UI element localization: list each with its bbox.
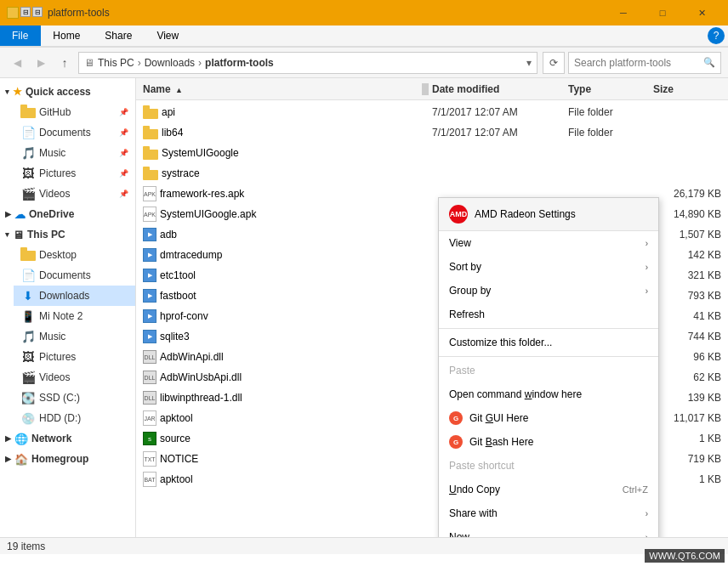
search-input[interactable] (574, 57, 700, 69)
ctx-arrow-sort: › (646, 263, 648, 272)
address-dropdown-icon[interactable]: ▾ (526, 57, 532, 69)
file-row[interactable]: api 7/1/2017 12:07 AM File folder (136, 102, 728, 122)
ctx-separator-1 (439, 328, 658, 329)
git-bash-icon: G (449, 435, 463, 449)
sidebar-item-documents-pc[interactable]: 📄 Documents (14, 265, 135, 286)
quick-access-star-icon: ★ (13, 86, 22, 98)
ctx-item-refresh[interactable]: Refresh (439, 303, 658, 326)
file-row[interactable]: systrace (136, 163, 728, 184)
ssd-icon: 💽 (20, 390, 36, 405)
sidebar-item-hdd[interactable]: 💿 HDD (D:) (14, 408, 135, 428)
onedrive-label: OneDrive (29, 208, 74, 220)
quick-access-header[interactable]: ▾ ★ Quick access (0, 82, 135, 102)
tab-home[interactable]: Home (41, 25, 93, 46)
item-count: 19 items (7, 541, 45, 552)
col-type[interactable]: Type (568, 83, 653, 95)
col-date[interactable]: Date modified (432, 83, 568, 95)
network-header[interactable]: ▶ 🌐 Network (0, 428, 135, 449)
title-bar: ⊟ ⊟ platform-tools ─ □ ✕ (0, 0, 728, 25)
address-pc-icon: 🖥 (84, 57, 94, 69)
title-text: platform-tools (48, 7, 110, 19)
ctx-item-share-with[interactable]: Share with › (439, 501, 658, 525)
sidebar-item-pictures-pc[interactable]: 🖼 Pictures (14, 347, 135, 367)
folder-icon (143, 105, 158, 119)
title-icon-1 (7, 7, 19, 19)
hdd-icon: 💿 (20, 410, 36, 426)
file-row[interactable]: SystemUIGoogle (136, 143, 728, 163)
sidebar-item-pictures[interactable]: 🖼 Pictures 📌 (14, 163, 135, 184)
sidebar-downloads-label: Downloads (39, 290, 128, 302)
file-icon-batch: BAT (143, 472, 156, 487)
ctx-item-group-by[interactable]: Group by › (439, 279, 658, 303)
status-bar: 19 items (0, 537, 728, 554)
sidebar-item-documents[interactable]: 📄 Documents 📌 (14, 122, 135, 143)
network-chevron: ▶ (5, 434, 11, 443)
address-crumb-platform-tools[interactable]: platform-tools (205, 57, 274, 69)
up-button[interactable]: ↑ (54, 53, 75, 73)
window-controls: ─ □ ✕ (604, 0, 721, 25)
ctx-item-git-gui[interactable]: G Git GUI Here (439, 406, 658, 430)
maximize-button[interactable]: □ (643, 0, 682, 25)
tab-file[interactable]: File (0, 25, 41, 46)
minimize-button[interactable]: ─ (604, 0, 643, 25)
ctx-item-open-cmd[interactable]: Open command window here (439, 382, 658, 406)
documents-pc-icon: 📄 (20, 268, 36, 283)
file-icon-exe: ▶ (143, 228, 156, 241)
close-button[interactable]: ✕ (682, 0, 721, 25)
file-icon-apk: APK (143, 186, 156, 201)
watermark: WWW.QT6.COM (645, 549, 725, 563)
ctx-item-git-bash[interactable]: G Git Bash Here (439, 430, 658, 454)
sidebar-item-ssd[interactable]: 💽 SSD (C:) (14, 388, 135, 408)
help-button[interactable]: ? (708, 27, 725, 44)
amd-icon: AMD (449, 205, 468, 224)
address-bar[interactable]: 🖥 This PC › Downloads › platform-tools ▾ (78, 52, 537, 74)
quick-access-items: GitHub 📌 📄 Documents 📌 🎵 Music 📌 🖼 Pictu… (0, 102, 135, 204)
ctx-item-view[interactable]: View › (439, 231, 658, 255)
ctx-item-paste[interactable]: Paste (439, 359, 658, 382)
forward-button[interactable]: ▶ (31, 53, 51, 73)
sidebar-item-videos-pc[interactable]: 🎬 Videos (14, 367, 135, 388)
pin-icon-videos: 📌 (119, 190, 128, 198)
tab-share[interactable]: Share (93, 25, 145, 46)
homegroup-label: Homegroup (31, 453, 88, 465)
sidebar-videos-label: Videos (39, 188, 119, 200)
address-crumb-downloads[interactable]: Downloads (145, 57, 195, 69)
undo-copy-shortcut: Ctrl+Z (623, 484, 648, 495)
sidebar-github-label: GitHub (39, 106, 119, 118)
ctx-item-sort-by[interactable]: Sort by › (439, 255, 658, 279)
file-row[interactable]: lib64 7/1/2017 12:07 AM File folder (136, 122, 728, 143)
desktop-icon (20, 247, 36, 263)
homegroup-header[interactable]: ▶ 🏠 Homegroup (0, 449, 135, 469)
sidebar-item-downloads[interactable]: ⬇ Downloads (14, 286, 135, 306)
sidebar-item-github[interactable]: GitHub 📌 (14, 102, 135, 122)
ctx-item-new[interactable]: New › (439, 525, 658, 537)
sidebar-item-desktop[interactable]: Desktop (14, 245, 135, 265)
pin-icon-github: 📌 (119, 108, 128, 116)
file-icon-text: TXT (143, 451, 156, 467)
col-name[interactable]: Name ▲ (143, 83, 183, 95)
pin-icon-documents: 📌 (119, 128, 128, 137)
column-headers: Name ▲ Date modified Type Size (136, 78, 728, 100)
sidebar-item-videos[interactable]: 🎬 Videos 📌 (14, 184, 135, 204)
nav-bar: ◀ ▶ ↑ 🖥 This PC › Downloads › platform-t… (0, 48, 728, 78)
ctx-item-undo-copy[interactable]: Undo Copy Ctrl+Z (439, 478, 658, 501)
col-resize-name[interactable] (422, 83, 429, 95)
sidebar-item-music[interactable]: 🎵 Music 📌 (14, 143, 135, 163)
refresh-button[interactable]: ⟳ (543, 52, 565, 74)
ctx-item-paste-shortcut[interactable]: Paste shortcut (439, 454, 658, 478)
ribbon: File Home Share View ? (0, 25, 728, 48)
this-pc-header[interactable]: ▾ 🖥 This PC (0, 224, 135, 245)
sidebar-item-music-pc[interactable]: 🎵 Music (14, 326, 135, 347)
title-bar-left: ⊟ ⊟ platform-tools (7, 7, 110, 19)
pin-icon-music: 📌 (119, 149, 128, 157)
address-crumb-thispc[interactable]: This PC (98, 57, 134, 69)
back-button[interactable]: ◀ (7, 53, 27, 73)
sidebar-item-mi-note[interactable]: 📱 Mi Note 2 (14, 306, 135, 326)
sidebar-hdd-label: HDD (D:) (39, 412, 128, 424)
col-size[interactable]: Size (653, 83, 721, 95)
ctx-separator-2 (439, 356, 658, 357)
tab-view[interactable]: View (145, 25, 191, 46)
this-pc-chevron: ▾ (5, 230, 9, 239)
onedrive-header[interactable]: ▶ ☁ OneDrive (0, 204, 135, 224)
ctx-item-customize[interactable]: Customize this folder... (439, 331, 658, 354)
